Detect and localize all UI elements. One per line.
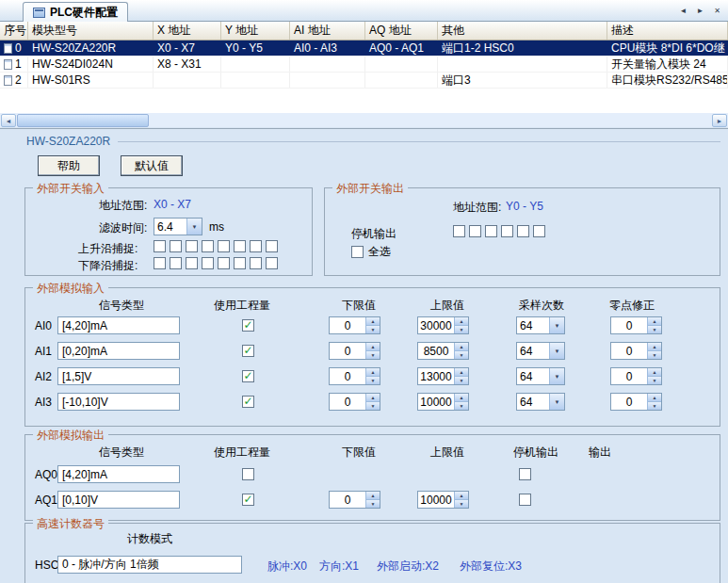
table-row-2[interactable]: 2 HW-S01RS 端口3 串口模块RS232/RS485 xyxy=(0,73,728,89)
rising-edge-checkbox[interactable] xyxy=(234,240,246,252)
count-mode-input[interactable]: 0 - 脉冲/方向 1倍频 xyxy=(57,556,242,574)
stop-output-checkbox[interactable] xyxy=(453,225,465,237)
table-row-1[interactable]: 1 HW-S24DI024N X8 - X31 开关量输入模块 24 xyxy=(0,57,728,73)
upper-limit-spinner[interactable]: 30000 xyxy=(417,316,469,334)
spin-up-icon[interactable] xyxy=(648,394,661,402)
falling-edge-checkbox[interactable] xyxy=(202,257,214,269)
signal-type-input[interactable]: [4,20]mA xyxy=(57,316,180,334)
spin-down-icon[interactable] xyxy=(455,402,468,410)
upper-limit-spinner[interactable]: 13000 xyxy=(417,367,469,385)
lower-limit-spinner[interactable]: 0 xyxy=(329,393,380,411)
falling-edge-checkbox[interactable] xyxy=(154,257,166,269)
sample-count-select[interactable]: 64 xyxy=(516,393,565,411)
spin-down-icon[interactable] xyxy=(366,377,380,384)
spin-down-icon[interactable] xyxy=(648,326,661,333)
horizontal-scrollbar[interactable] xyxy=(0,112,728,127)
scroll-left-icon[interactable] xyxy=(1,114,16,127)
col-header-aq[interactable]: AQ 地址 xyxy=(365,22,438,40)
spin-up-icon[interactable] xyxy=(455,368,468,377)
falling-edge-checkbox[interactable] xyxy=(186,257,198,269)
table-row-0[interactable]: 0 HW-S20ZA220R X0 - X7 Y0 - Y5 AI0 - AI3… xyxy=(0,40,728,57)
default-values-button[interactable]: 默认值 xyxy=(121,155,183,176)
use-engineering-checkbox[interactable] xyxy=(242,345,254,357)
spin-down-icon[interactable] xyxy=(366,351,380,359)
falling-edge-checkbox[interactable] xyxy=(266,257,278,269)
spin-down-icon[interactable] xyxy=(648,377,661,384)
falling-edge-checkbox[interactable] xyxy=(234,257,246,269)
col-header-x[interactable]: X 地址 xyxy=(154,22,221,40)
use-engineering-checkbox[interactable] xyxy=(242,370,254,382)
spin-up-icon[interactable] xyxy=(366,343,380,351)
close-tab-icon[interactable]: ✕ xyxy=(710,4,724,17)
stop-output-checkbox[interactable] xyxy=(517,225,529,237)
select-all-checkbox[interactable] xyxy=(351,246,364,258)
signal-type-input[interactable]: [1,5]V xyxy=(57,367,180,385)
spin-down-icon[interactable] xyxy=(366,402,380,410)
zero-correction-spinner[interactable]: 0 xyxy=(610,342,662,360)
falling-edge-checkbox[interactable] xyxy=(250,257,262,269)
use-engineering-checkbox[interactable] xyxy=(242,494,254,506)
stop-output-checkbox[interactable] xyxy=(519,494,531,506)
spin-up-icon[interactable] xyxy=(648,317,661,326)
stop-output-checkbox[interactable] xyxy=(485,225,497,237)
col-header-model[interactable]: 模块型号 xyxy=(28,22,154,40)
rising-edge-checkbox[interactable] xyxy=(218,240,230,252)
spin-up-icon[interactable] xyxy=(648,368,661,377)
lower-limit-spinner[interactable]: 0 xyxy=(329,367,380,385)
col-header-desc[interactable]: 描述 xyxy=(607,22,728,40)
filter-time-select[interactable]: 6.4 xyxy=(154,218,202,235)
col-header-num[interactable]: 序号 xyxy=(0,22,28,40)
spin-down-icon[interactable] xyxy=(455,377,468,384)
zero-correction-spinner[interactable]: 0 xyxy=(610,393,662,411)
rising-edge-checkbox[interactable] xyxy=(186,240,198,252)
spin-down-icon[interactable] xyxy=(455,326,468,333)
spin-up-icon[interactable] xyxy=(455,394,468,402)
rising-edge-checkbox[interactable] xyxy=(266,240,278,252)
scroll-tabs-right-icon[interactable]: ► xyxy=(693,4,707,17)
sample-count-select[interactable]: 64 xyxy=(516,342,565,360)
spin-down-icon[interactable] xyxy=(648,402,661,410)
spin-up-icon[interactable] xyxy=(366,394,380,402)
dropdown-arrow-icon[interactable] xyxy=(549,394,564,410)
dropdown-arrow-icon[interactable] xyxy=(549,317,564,333)
use-engineering-checkbox[interactable] xyxy=(242,396,254,408)
rising-edge-checkbox[interactable] xyxy=(170,240,182,252)
lower-limit-spinner[interactable]: 0 xyxy=(329,316,380,334)
col-header-other[interactable]: 其他 xyxy=(438,22,607,40)
tab-plc-config[interactable]: PLC硬件配置 xyxy=(23,2,128,22)
sample-count-select[interactable]: 64 xyxy=(516,367,565,385)
spin-up-icon[interactable] xyxy=(648,343,661,351)
scroll-right-icon[interactable] xyxy=(712,114,727,127)
spin-up-icon[interactable] xyxy=(455,317,468,326)
signal-type-input[interactable]: [4,20]mA xyxy=(57,465,180,483)
stop-output-checkbox[interactable] xyxy=(519,468,531,480)
zero-correction-spinner[interactable]: 0 xyxy=(610,316,662,334)
spin-up-icon[interactable] xyxy=(455,492,468,500)
zero-correction-spinner[interactable]: 0 xyxy=(610,367,662,385)
dropdown-arrow-icon[interactable] xyxy=(549,368,564,384)
falling-edge-checkbox[interactable] xyxy=(170,257,182,269)
stop-output-checkbox[interactable] xyxy=(533,225,545,237)
spin-down-icon[interactable] xyxy=(366,326,380,333)
lower-limit-spinner[interactable]: 0 xyxy=(329,342,380,360)
use-engineering-checkbox[interactable] xyxy=(242,468,254,480)
rising-edge-checkbox[interactable] xyxy=(202,240,214,252)
spin-down-icon[interactable] xyxy=(366,500,380,508)
lower-limit-spinner[interactable]: 0 xyxy=(329,491,380,509)
col-header-ai[interactable]: AI 地址 xyxy=(290,22,365,40)
spin-up-icon[interactable] xyxy=(366,492,380,500)
upper-limit-spinner[interactable]: 10000 xyxy=(417,393,469,411)
sample-count-select[interactable]: 64 xyxy=(516,316,565,334)
signal-type-input[interactable]: [0,20]mA xyxy=(57,342,180,360)
scroll-tabs-left-icon[interactable]: ◄ xyxy=(676,4,690,17)
rising-edge-checkbox[interactable] xyxy=(250,240,262,252)
spin-up-icon[interactable] xyxy=(366,317,380,326)
stop-output-checkbox[interactable] xyxy=(469,225,481,237)
help-button[interactable]: 帮助 xyxy=(38,155,100,176)
falling-edge-checkbox[interactable] xyxy=(218,257,230,269)
dropdown-arrow-icon[interactable] xyxy=(549,343,564,359)
spin-up-icon[interactable] xyxy=(366,368,380,377)
signal-type-input[interactable]: [-10,10]V xyxy=(57,393,180,411)
signal-type-input[interactable]: [0,10]V xyxy=(57,491,180,509)
upper-limit-spinner[interactable]: 8500 xyxy=(417,342,469,360)
